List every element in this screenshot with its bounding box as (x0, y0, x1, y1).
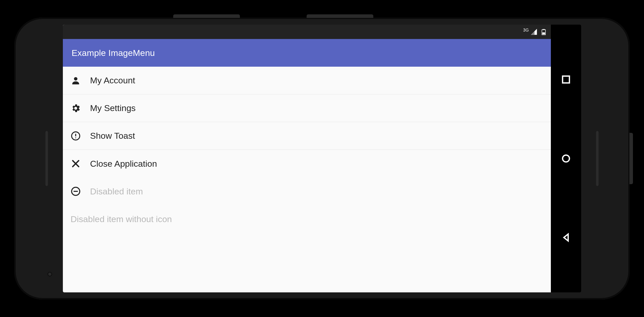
device-camera (47, 272, 52, 276)
nav-overview-button[interactable] (560, 74, 572, 85)
menu-item-my-account[interactable]: My Account (63, 67, 551, 94)
menu-item-label: My Account (90, 75, 135, 85)
app-screen: 3G Example ImageMenu My Account (63, 25, 551, 292)
svg-rect-2 (542, 32, 545, 34)
minus-circle-icon (71, 186, 81, 196)
menu-item-label: Disabled item (90, 186, 143, 196)
menu-item-disabled: Disabled item (63, 177, 551, 205)
device-speaker-left (45, 130, 48, 187)
close-icon (71, 158, 81, 169)
menu-item-show-toast[interactable]: Show Toast (63, 122, 551, 150)
device-power-button (629, 133, 633, 184)
nav-home-button[interactable] (560, 153, 572, 164)
app-title: Example ImageMenu (72, 48, 155, 58)
signal-icon (530, 28, 538, 35)
menu-item-disabled-no-icon: Disabled item without icon (63, 205, 551, 233)
device-top-buttons (173, 14, 373, 18)
menu-item-my-settings[interactable]: My Settings (63, 94, 551, 122)
person-icon (71, 75, 81, 86)
menu-item-label: Disabled item without icon (71, 214, 172, 224)
menu-item-label: My Settings (90, 103, 136, 113)
menu-list: My Account My Settings Show Toast (63, 67, 551, 292)
status-bar: 3G (63, 25, 551, 39)
menu-item-close-application[interactable]: Close Application (63, 150, 551, 177)
device-speaker-right (596, 130, 599, 187)
svg-point-6 (75, 137, 76, 138)
menu-item-label: Show Toast (90, 131, 135, 141)
network-label: 3G (523, 28, 529, 33)
alert-circle-icon (71, 131, 81, 141)
svg-point-3 (74, 77, 77, 80)
device-frame: 3G Example ImageMenu My Account (14, 17, 630, 300)
battery-icon (540, 28, 547, 35)
app-bar: Example ImageMenu (63, 39, 551, 67)
svg-point-12 (563, 155, 570, 162)
android-nav-bar (551, 25, 581, 292)
svg-rect-11 (563, 76, 570, 83)
menu-item-label: Close Application (90, 159, 157, 169)
nav-back-button[interactable] (560, 232, 572, 243)
gear-icon (71, 103, 81, 113)
